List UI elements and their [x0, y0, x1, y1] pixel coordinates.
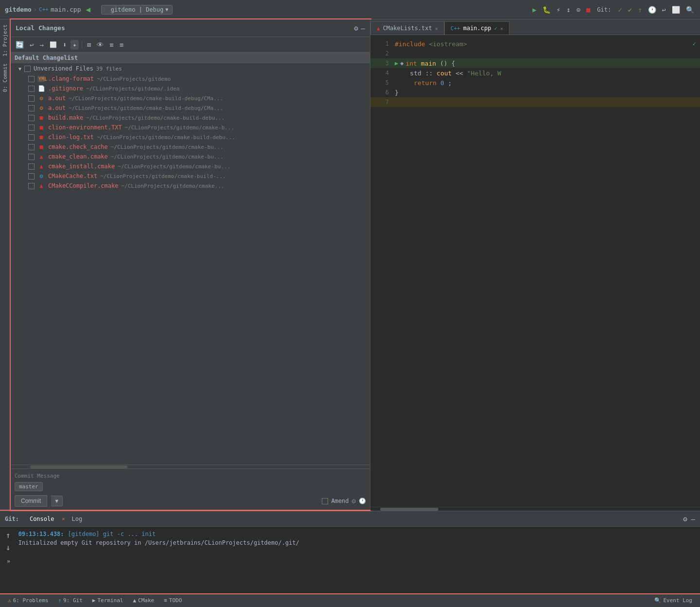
list-item[interactable]: ▲ cmake_install.cmake ~/CLionProjects/gi… [11, 161, 370, 171]
git-history-icon[interactable]: 🕐 [647, 5, 657, 15]
commit-dropdown-arrow[interactable]: ▼ [51, 496, 63, 506]
problems-tab[interactable]: ⚠ 6: Problems [3, 596, 53, 605]
git-push-icon[interactable]: ↑ [637, 5, 643, 15]
diff-icon[interactable]: ⬜ [48, 40, 59, 49]
list-item[interactable]: ■ cmake.check_cache ~/CLionProjects/gitd… [11, 142, 370, 152]
cpp-tab-close[interactable]: ✕ [500, 26, 503, 31]
commit-tab[interactable]: 0: Commit [0, 60, 10, 95]
code-line-3: 3 ▶ ◈ int main () { [370, 58, 700, 68]
list-item[interactable]: ⚙ CMakeCache.txt ~/CLionProjects/gitdemo… [11, 171, 370, 181]
file-checkbox[interactable] [28, 134, 35, 141]
file-checkbox[interactable] [28, 183, 35, 189]
unversioned-header[interactable]: ▼ Unversioned Files 39 files [11, 63, 370, 74]
file-checkbox[interactable] [28, 95, 35, 102]
git-panel-minimize-icon[interactable]: — [691, 515, 695, 523]
run-button[interactable]: ▶ [531, 5, 537, 15]
file-checkbox[interactable] [28, 76, 35, 82]
file-path: ~/CLionProjects/gitdemo/cmake-build-... [100, 173, 226, 179]
file-name-text: cmake_install.cmake [48, 163, 115, 170]
unversioned-checkbox[interactable] [24, 66, 31, 72]
add-icon[interactable]: ✦ [70, 40, 78, 50]
debug-button[interactable]: 🐛 [542, 5, 552, 15]
cmake-tab[interactable]: ▲ CMake [128, 596, 159, 605]
list-item[interactable]: ■ build.make ~/CLionProjects/gitdemo/cma… [11, 113, 370, 123]
list-item[interactable]: ▲ cmake_clean.cmake ~/CLionProjects/gitd… [11, 152, 370, 161]
checkmark-icon: ✓ [693, 40, 696, 47]
git-panel-label: Git: [5, 516, 19, 522]
tab-console[interactable]: Console [25, 514, 59, 524]
horizontal-scrollbar[interactable] [11, 464, 370, 468]
list-item[interactable]: ■ clion-log.txt ~/CLionProjects/gitdemo/… [11, 132, 370, 142]
eye-icon[interactable]: 👁 [95, 40, 105, 50]
back-icon[interactable]: ◀ [86, 5, 91, 14]
title-bar: gitdemo › C++ main.cpp ◀ ▪ gitdemo | Deb… [0, 0, 700, 19]
settings-icon[interactable]: ⚙ [354, 24, 358, 32]
file-checkbox[interactable] [28, 86, 35, 92]
double-chevron-icon[interactable]: » [6, 557, 11, 566]
project-name[interactable]: gitdemo [5, 6, 32, 13]
git-panel-settings-icon[interactable]: ⚙ [683, 515, 687, 523]
commit-button[interactable]: Commit [15, 495, 47, 507]
scroll-down-icon[interactable]: ↓ [6, 543, 11, 552]
changelist-header[interactable]: Default Changelist [11, 53, 370, 63]
shelve-icon[interactable]: ⬇ [61, 40, 69, 50]
todo-label: TODO [169, 597, 182, 604]
amend-area: Amend ⚙ 🕐 [322, 497, 366, 505]
commit-settings-icon[interactable]: ⚙ [352, 497, 356, 505]
expand-icon[interactable]: ≡ [107, 40, 115, 50]
file-checkbox[interactable] [28, 144, 35, 150]
cmake-button[interactable]: ↕ [565, 5, 571, 15]
code-line-6: 6 } [370, 88, 700, 97]
file-checkbox[interactable] [28, 105, 35, 111]
cmake-tab-close[interactable]: ✕ [435, 26, 438, 31]
refresh-icon[interactable]: 🔄 [14, 40, 26, 50]
line-content-3: int main () { [405, 60, 455, 67]
editor-scrollbar[interactable] [370, 507, 700, 511]
project-tab[interactable]: 1: Project [0, 21, 10, 59]
line-number-4: 4 [374, 70, 389, 76]
file-checkbox[interactable] [28, 154, 35, 160]
tab-cmakelists[interactable]: ▲ CMakeLists.txt ✕ [370, 21, 444, 35]
list-item[interactable]: 📄 .gitignore ~/CLionProjects/gitdemo/.id… [11, 84, 370, 93]
tab-maincpp[interactable]: C++ main.cpp ✓ ✕ [444, 21, 509, 35]
amend-checkbox[interactable] [322, 498, 328, 504]
git-commit-icon[interactable]: ✔ [627, 5, 633, 15]
list-item[interactable]: ⚙ a.out ~/CLionProjects/gitdemo/cmake-bu… [11, 103, 370, 113]
file-checkbox[interactable] [28, 115, 35, 121]
run-config-icon: ▪ [105, 6, 109, 13]
file-checkbox[interactable] [28, 125, 35, 131]
profile-button[interactable]: ⊙ [575, 5, 581, 15]
list-item[interactable]: YML .clang-format ~/CLionProjects/gitdem… [11, 74, 370, 84]
file-checkbox[interactable] [28, 163, 35, 170]
find-button[interactable]: 🔍 [685, 5, 695, 15]
code-line-1: 1 #include <iostream> ✓ [370, 39, 700, 49]
scroll-up-icon[interactable]: ↑ [6, 531, 11, 540]
file-checkbox[interactable] [28, 173, 35, 179]
list-item[interactable]: ■ clion-environment.TXT ~/CLionProjects/… [11, 123, 370, 132]
tab-log[interactable]: Log [67, 514, 88, 524]
commit-history-icon[interactable]: 🕐 [359, 498, 366, 504]
revert-icon[interactable]: ↩ [28, 40, 35, 50]
todo-tab[interactable]: ≡ TODO [159, 596, 187, 605]
chevron-down-icon[interactable]: ▼ [18, 66, 21, 71]
list-item[interactable]: ⚙ a.out ~/CLionProjects/gitdemo/cmake-bu… [11, 93, 370, 103]
group-icon[interactable]: ⊞ [85, 40, 93, 50]
git-tool-tab[interactable]: ↑ 9: Git [53, 596, 87, 605]
move-icon[interactable]: → [37, 40, 45, 50]
list-item[interactable]: ▲ CMakeCCompiler.cmake ~/CLionProjects/g… [11, 181, 370, 191]
event-log-tab[interactable]: 🔍 Event Log [649, 596, 697, 605]
cpp-tab-icon: C++ [451, 25, 460, 32]
collapse-icon[interactable]: ≡ [118, 40, 125, 50]
git-update-icon[interactable]: ✓ [617, 5, 623, 15]
git-revert-icon[interactable]: ↩ [661, 5, 667, 15]
git-shelf-icon[interactable]: ⬜ [671, 5, 681, 15]
file-path: ~/CLionProjects/gitdemo/cmake-bu... [118, 163, 230, 170]
minimize-icon[interactable]: — [361, 24, 365, 32]
terminal-tab[interactable]: ▶ Terminal [88, 596, 128, 605]
file-name-text: .clang-format [48, 75, 94, 82]
stop-button[interactable]: ■ [585, 5, 591, 15]
run-config-dropdown[interactable]: ▪ gitdemo | Debug ▼ [101, 5, 173, 15]
run-coverage-button[interactable]: ⚡ [556, 5, 561, 15]
console-close-icon[interactable]: ✕ [62, 516, 65, 521]
editor-content[interactable]: 1 #include <iostream> ✓ 2 3 ▶ ◈ int m [370, 35, 700, 507]
